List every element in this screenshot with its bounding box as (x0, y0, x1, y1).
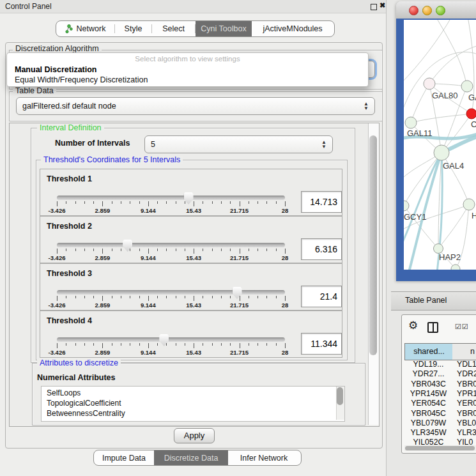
network-node-selected-red-node[interactable] (466, 109, 476, 119)
tab-jactivemnodules[interactable]: jActiveMNodules (252, 21, 334, 36)
cell-shared-name: YDL19... (404, 360, 452, 369)
tick-label: -3.426 (49, 302, 66, 309)
tick-mark (240, 201, 240, 206)
network-edge[interactable] (429, 45, 476, 84)
tick-mark (166, 296, 167, 298)
threshold-slider-track[interactable] (57, 196, 285, 200)
close-traffic-light-icon[interactable] (409, 6, 418, 15)
control-panel-title: Control Panel (5, 2, 52, 11)
network-node-GAL4[interactable] (434, 145, 449, 160)
network-edge[interactable] (404, 20, 452, 84)
threshold-label: Threshold 2 (47, 222, 92, 231)
threshold-slider-track[interactable] (57, 243, 285, 247)
node-label-C: C (471, 119, 476, 129)
table-row[interactable]: YDR27...YDR2 (404, 369, 476, 379)
table-row[interactable]: YBL079WYBL0 (404, 418, 476, 428)
threshold-row: Threshold 1-3.4262.8599.14415.4321.71528… (40, 169, 342, 216)
table-row[interactable]: YIL052CYIL0 (404, 438, 476, 445)
table-row[interactable]: YPR145WYPR1 (404, 389, 476, 399)
spinner-up-down-icon: ▲▼ (364, 102, 369, 111)
threshold-label: Threshold 1 (47, 174, 92, 183)
table-row[interactable]: YER054CYER0 (404, 399, 476, 408)
node-label-H: H (472, 211, 476, 220)
number-of-intervals-select[interactable]: 5 ▲▼ (144, 135, 333, 153)
tab-infer-network[interactable]: Infer Network (228, 450, 300, 465)
tick-mark (266, 249, 267, 251)
tick-mark (285, 249, 286, 254)
tab-select[interactable]: Select (152, 21, 195, 36)
network-edge[interactable] (411, 84, 429, 123)
network-node-GAL80[interactable] (424, 78, 435, 89)
network-edge[interactable] (411, 114, 472, 123)
tab-network[interactable]: Network (56, 21, 114, 36)
tick-label: 9.144 (141, 302, 156, 309)
threshold-value-field[interactable]: 21.4 (301, 286, 342, 307)
table-data-select[interactable]: galFiltered.sif default node ▲▼ (16, 97, 375, 115)
tick-mark (176, 296, 176, 298)
network-node-node-upper-right[interactable] (461, 81, 473, 92)
apply-button[interactable]: Apply (174, 428, 215, 443)
tick-label: 2.859 (95, 302, 111, 309)
dropdown-option-equal-width-frequency[interactable]: Equal Width/Frequency Discretization (15, 75, 148, 84)
tick-mark (57, 296, 58, 301)
zoom-traffic-light-icon[interactable] (436, 6, 445, 15)
dropdown-option-manual-discretization[interactable]: Manual Discretization (15, 65, 97, 74)
tick-mark (257, 201, 258, 204)
list-item-topologicalcoefficient[interactable]: TopologicalCoefficient (47, 399, 121, 408)
gear-icon[interactable]: ⚙ (408, 320, 418, 331)
select-columns-icon[interactable]: ☑☑ (455, 323, 469, 331)
tick-mark (212, 249, 213, 251)
tab-cyni-toolbox[interactable]: Cyni Toolbox (196, 21, 252, 36)
cell-name: YDR2 (457, 369, 476, 378)
network-node-GAL11[interactable] (405, 117, 417, 128)
tab-discretize-data[interactable]: Discretize Data (154, 450, 228, 465)
attributes-group-title: Attributes to discretize (37, 359, 121, 367)
slider-ticks (57, 249, 285, 254)
tick-mark (176, 249, 176, 251)
float-window-icon[interactable] (371, 4, 377, 10)
column-header-shared-name[interactable]: shared... (404, 343, 454, 360)
tick-mark (185, 201, 185, 204)
tick-label: 15.43 (186, 349, 201, 356)
table-row[interactable]: YBR045CYBR0 (404, 409, 476, 418)
threshold-label: Threshold 4 (47, 316, 92, 325)
network-canvas[interactable]: GAL80GACGAL11GAL4GCY1HHAP2 (404, 20, 476, 270)
vertical-scrollbar-thumb[interactable] (369, 135, 377, 355)
control-panel-window: Control Panel ✖ NetworkStyleSelectCyni T… (0, 0, 387, 476)
threshold-value-field[interactable]: 14.713 (301, 191, 342, 213)
tick-label: 21.715 (230, 254, 249, 261)
horizontal-scrollbar-thumb[interactable] (405, 446, 475, 450)
tick-mark (176, 201, 176, 204)
threshold-slider-track[interactable] (57, 290, 285, 295)
attributes-scrollbar-thumb[interactable] (337, 387, 343, 405)
table-row[interactable]: YLR345WYLR3 (404, 428, 476, 438)
column-header-name[interactable]: n (452, 343, 476, 360)
tab-impute-data[interactable]: Impute Data (94, 450, 154, 465)
tick-mark (157, 296, 158, 298)
table-row[interactable]: YBR043CYBR0 (404, 380, 476, 389)
network-edge[interactable] (404, 153, 441, 206)
close-icon[interactable]: ✖ (380, 1, 385, 10)
network-node-GCY1[interactable] (404, 201, 409, 211)
network-edge[interactable] (436, 20, 467, 86)
network-node-node-right[interactable] (463, 199, 475, 210)
tick-mark (166, 249, 167, 251)
tab-style[interactable]: Style (115, 21, 151, 36)
tick-mark (121, 249, 121, 251)
tab-label: Select (162, 24, 185, 33)
list-item-betweennesscentrality[interactable]: BetweennessCentrality (47, 409, 125, 418)
threshold-value-field[interactable]: 11.344 (301, 333, 342, 355)
threshold-row: Threshold 4-3.4262.8599.14415.4321.71528… (40, 311, 342, 358)
tick-mark (112, 201, 112, 204)
minimize-traffic-light-icon[interactable] (422, 6, 432, 15)
split-columns-icon[interactable] (427, 322, 438, 333)
threshold-slider-track[interactable] (57, 337, 285, 342)
tick-mark (102, 296, 103, 301)
numerical-attributes-list[interactable]: SelfLoopsTopologicalCoefficientBetweenne… (41, 386, 345, 422)
table-row[interactable]: YDL19...YDL1 (404, 360, 476, 369)
network-icon (65, 24, 73, 33)
tick-mark (166, 343, 167, 346)
tick-mark (75, 343, 76, 346)
threshold-value-field[interactable]: 6.316 (301, 238, 342, 260)
list-item-selfloops[interactable]: SelfLoops (47, 388, 81, 397)
